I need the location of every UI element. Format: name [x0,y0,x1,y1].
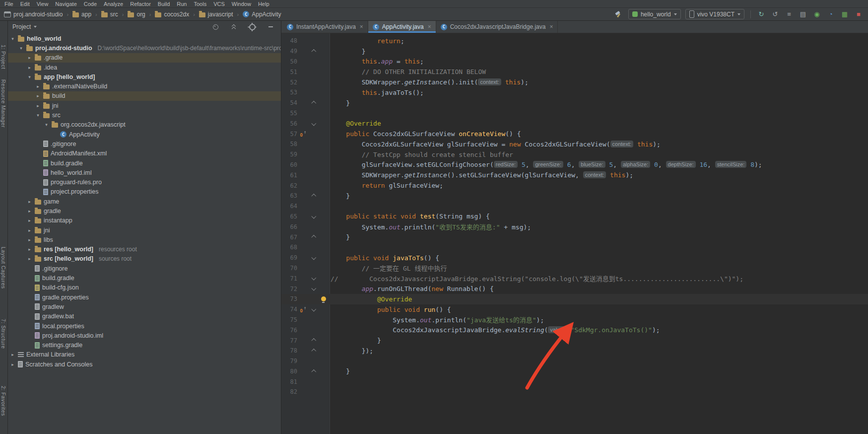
code-line[interactable]: 61 SDKWrapper.getInstance().setGLSurface… [281,170,868,180]
menu-item-file[interactable]: File [1,1,17,7]
fold-end-icon[interactable] [309,369,318,374]
code-line[interactable]: 67 } [281,232,868,242]
tool-stripe-item[interactable]: Layout Captures [0,247,6,289]
breadcrumb-item[interactable]: app [71,11,92,18]
expand-arrow-icon[interactable]: ▸ [27,237,32,242]
code-line[interactable]: 54 } [281,98,868,108]
tree-item[interactable]: ▾hello_world [8,34,281,43]
fold-end-icon[interactable] [309,49,318,54]
tree-item[interactable]: ▾src [8,110,281,120]
tree-item[interactable]: ▾app [hello_world] [8,72,281,81]
expand-arrow-icon[interactable]: ▾ [27,74,32,79]
tree-item[interactable]: ▸gradle [8,206,281,216]
tool-stripe-item[interactable]: 1: Project [0,45,6,69]
expand-arrow-icon[interactable]: ▸ [27,218,32,223]
tree-item[interactable]: proj.android-studio.iml [8,331,281,340]
overriding-method-icon[interactable] [297,131,309,137]
tree-item[interactable]: proguard-rules.pro [8,177,281,187]
fold-end-icon[interactable] [309,349,318,353]
tab-close-icon[interactable]: × [549,23,553,30]
expand-arrow-icon[interactable]: ▾ [44,122,49,127]
code-line[interactable]: 60 glSurfaceView.setEGLConfigChooser(red… [281,160,868,170]
menu-item-view[interactable]: View [33,1,52,7]
expand-arrow-icon[interactable]: ▾ [10,36,15,41]
sync-gradle-icon[interactable]: ↺ [771,10,780,19]
tree-item[interactable]: ▸jni [8,225,281,235]
fold-start-icon[interactable] [309,257,318,259]
tree-item[interactable]: .gitignore [8,264,281,273]
code-line[interactable]: 77 } [281,335,868,346]
fold-start-icon[interactable] [309,277,318,280]
expand-arrow-icon[interactable]: ▸ [27,65,32,70]
settings-gear-button[interactable] [247,21,258,32]
tool-stripe-item[interactable]: 7: Structure [0,319,6,349]
tree-item[interactable]: ▸.idea [8,63,281,72]
fold-start-icon[interactable] [309,308,318,311]
code-line[interactable]: 58 Cocos2dxGLSurfaceView glSurfaceView =… [281,139,868,149]
code-line[interactable]: 68 [281,242,868,253]
menu-item-refactor[interactable]: Refactor [127,1,154,7]
tree-item[interactable]: CAppActivity [8,130,281,139]
breadcrumb-item[interactable]: org [127,11,146,18]
code-line[interactable]: 52 SDKWrapper.getInstance().init(context… [281,77,868,87]
code-line[interactable]: 48 return; [281,36,868,46]
tab-close-icon[interactable]: × [428,23,431,30]
editor-tab[interactable]: CAppActivity.java× [368,21,436,33]
expand-arrow-icon[interactable]: ▾ [18,46,24,51]
code-line[interactable]: 81 [281,376,868,387]
expand-arrow-icon[interactable]: ▸ [10,352,15,357]
editor-tab[interactable]: CCocos2dxJavascriptJavaBridge.java× [436,21,558,33]
device-file-explorer-icon[interactable]: ▤ [799,10,807,19]
menu-item-analyze[interactable]: Analyze [100,1,127,7]
expand-arrow-icon[interactable]: ▸ [35,93,41,98]
fold-end-icon[interactable] [309,101,318,105]
tree-item[interactable]: ▾org.cocos2dx.javascript [8,120,281,130]
breadcrumb-item[interactable]: javascript [198,11,234,18]
breadcrumb-item[interactable]: proj.android-studio [3,11,64,18]
code-line[interactable]: 74 public void run() { [281,304,868,315]
fold-end-icon[interactable] [309,235,318,239]
code-line[interactable]: 53 this.javaToTs(); [281,87,868,98]
tree-item[interactable]: gradlew [8,302,281,311]
device-selector[interactable]: vivo V1938CT [685,9,744,19]
editor-tab[interactable]: CInstantAppActivity.java× [282,21,368,33]
tree-item[interactable]: ▸build [8,91,281,101]
code-line[interactable]: 56 @Override [281,118,868,129]
build-variants-icon[interactable]: ≡ [785,10,794,19]
layout-inspector-icon[interactable]: ▦ [840,10,849,19]
tree-item[interactable]: hello_world.iml [8,168,281,177]
expand-arrow-icon[interactable]: ▸ [35,84,41,89]
tree-item[interactable]: AndroidManifest.xml [8,149,281,158]
code-line[interactable]: 51 // DO OTHER INITIALIZATION BELOW [281,67,868,77]
menu-item-tools[interactable]: Tools [190,1,210,7]
intention-bulb-icon[interactable] [321,296,326,301]
fold-start-icon[interactable] [309,123,318,125]
menu-item-run[interactable]: Run [173,1,190,7]
tab-close-icon[interactable]: × [360,23,363,30]
code-line[interactable]: 62 return glSurfaceView; [281,180,868,191]
code-line[interactable]: 59 // TestCpp should create stencil buff… [281,149,868,160]
expand-arrow-icon[interactable]: ▸ [27,199,32,204]
tool-stripe-item[interactable]: Resource Manager [0,79,6,128]
code-line[interactable]: 76 Cocos2dxJavascriptJavaBridge.evalStri… [281,325,868,335]
locate-file-button[interactable] [210,21,221,32]
intention-bulb-slot[interactable] [318,296,329,301]
tree-item[interactable]: ▸game [8,197,281,206]
attach-debugger-icon[interactable]: ◉ [812,10,821,19]
menu-item-edit[interactable]: Edit [17,1,33,7]
tool-stripe-item[interactable]: 2: Favorites [0,386,6,416]
code-line[interactable]: 63 } [281,191,868,201]
sync-project-icon[interactable]: ↻ [757,10,766,19]
code-line[interactable]: 50 this.app = this; [281,57,868,67]
code-line[interactable]: 49 } [281,46,868,57]
code-line[interactable]: 66 System.out.println("收到TS发来的消息:" + msg… [281,221,868,232]
expand-arrow-icon[interactable]: ▸ [27,228,32,233]
overriding-method-icon[interactable] [297,306,309,313]
stop-icon[interactable]: ■ [854,10,863,19]
code-line[interactable]: 72 app.runOnGLThread(new Runnable() { [281,284,868,294]
tree-item[interactable]: build-cfg.json [8,283,281,292]
menu-item-code[interactable]: Code [80,1,100,7]
code-line[interactable]: 64 [281,201,868,212]
expand-arrow-icon[interactable]: ▾ [35,113,41,118]
tree-item[interactable]: ▸libs [8,235,281,244]
